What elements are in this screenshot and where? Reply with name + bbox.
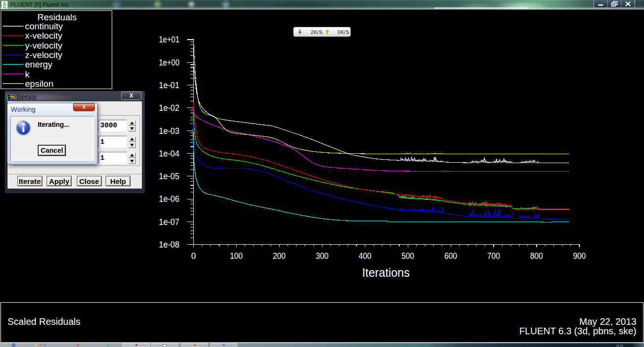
svg-text:continuity: continuity <box>25 21 63 31</box>
svg-text:energy: energy <box>25 59 53 69</box>
svg-text:1e-08: 1e-08 <box>159 240 180 249</box>
svg-text:y-velocity: y-velocity <box>25 41 63 50</box>
svg-text:1e-04: 1e-04 <box>159 149 180 158</box>
svg-text:800: 800 <box>530 251 543 261</box>
svg-text:epsilon: epsilon <box>25 79 53 89</box>
svg-text:z-velocity: z-velocity <box>25 50 63 60</box>
svg-text:x-velocity: x-velocity <box>25 31 63 41</box>
svg-text:1e-05: 1e-05 <box>159 172 180 181</box>
svg-text:0: 0 <box>191 251 196 261</box>
svg-text:600: 600 <box>445 251 457 261</box>
svg-text:Residuals: Residuals <box>37 12 76 22</box>
svg-text:100: 100 <box>230 251 243 261</box>
svg-text:500: 500 <box>402 251 414 261</box>
svg-text:700: 700 <box>487 251 500 261</box>
svg-text:Scaled Residuals: Scaled Residuals <box>8 316 81 327</box>
svg-text:1e-01: 1e-01 <box>159 81 180 90</box>
svg-text:400: 400 <box>359 251 372 261</box>
svg-text:May 22, 2013: May 22, 2013 <box>579 316 636 327</box>
svg-text:k: k <box>25 69 30 79</box>
svg-text:900: 900 <box>573 251 586 261</box>
svg-text:1e-03: 1e-03 <box>159 126 180 136</box>
svg-text:200: 200 <box>273 251 286 261</box>
svg-text:1e-06: 1e-06 <box>159 194 180 204</box>
svg-text:1e+01: 1e+01 <box>159 35 180 44</box>
svg-text:Iterations: Iterations <box>362 266 410 279</box>
svg-text:FLUENT 6.3 (3d, pbns, ske): FLUENT 6.3 (3d, pbns, ske) <box>519 326 636 336</box>
svg-text:1e-02: 1e-02 <box>159 103 180 113</box>
svg-text:300: 300 <box>316 251 329 261</box>
svg-text:1e-07: 1e-07 <box>159 217 180 227</box>
svg-text:1e+00: 1e+00 <box>159 58 180 67</box>
